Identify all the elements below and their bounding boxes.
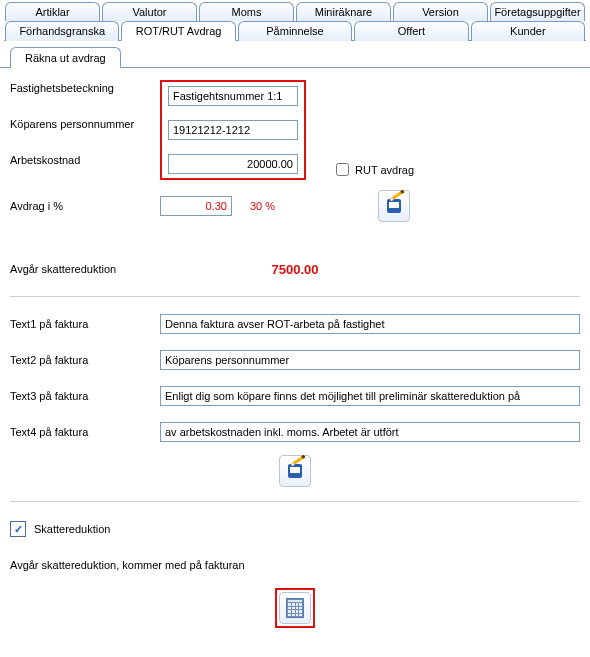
tab-rot-rut-avdrag[interactable]: ROT/RUT Avdrag (121, 21, 235, 41)
label-arbkost: Arbetskostnad (10, 154, 160, 166)
input-text2[interactable] (160, 350, 580, 370)
input-personnr[interactable] (168, 120, 298, 140)
label-avdragpct: Avdrag i % (10, 200, 160, 212)
save-button-2[interactable] (279, 455, 311, 487)
tab-offert[interactable]: Offert (354, 21, 468, 41)
tab-minir-knare[interactable]: Miniräknare (296, 2, 391, 21)
separator-2 (10, 501, 580, 502)
rut-checkbox-wrap[interactable]: RUT avdrag (336, 163, 414, 176)
label-text2: Text2 på faktura (10, 354, 160, 366)
tab-valutor[interactable]: Valutor (102, 2, 197, 21)
subtab-bar: Räkna ut avdrag (0, 41, 590, 68)
label-text4: Text4 på faktura (10, 426, 160, 438)
label-bottom: Avgår skattereduktion, kommer med på fak… (10, 559, 245, 571)
tab-p-minnelse[interactable]: Påminnelse (238, 21, 352, 41)
tab-moms[interactable]: Moms (199, 2, 294, 21)
input-text4[interactable] (160, 422, 580, 442)
label-fastighet: Fastighetsbeteckning (10, 82, 160, 94)
top-tabs: ArtiklarValutorMomsMiniräknareVersionFör… (0, 0, 590, 41)
label-rut: RUT avdrag (355, 164, 414, 176)
tab-f-retagsuppgifter[interactable]: Företagsuppgifter (490, 2, 585, 21)
tab-version[interactable]: Version (393, 2, 488, 21)
input-text1[interactable] (160, 314, 580, 334)
tab-f-rhandsgranska[interactable]: Förhandsgranska (5, 21, 119, 41)
tab-artiklar[interactable]: Artiklar (5, 2, 100, 21)
highlighted-calc (275, 588, 315, 628)
save-icon (286, 462, 304, 480)
avdragpct-display: 30 % (250, 200, 275, 212)
save-button-1[interactable] (378, 190, 410, 222)
calculator-icon (286, 598, 304, 618)
label-text3: Text3 på faktura (10, 390, 160, 402)
input-fastighet[interactable] (168, 86, 298, 106)
rut-checkbox[interactable] (336, 163, 349, 176)
separator-1 (10, 296, 580, 297)
input-arbkost[interactable] (168, 154, 298, 174)
label-skattered: Avgår skattereduktion (10, 263, 160, 275)
value-skattered: 7500.00 (272, 262, 319, 277)
label-personnr: Köparens personnummer (10, 118, 160, 130)
calculate-button[interactable] (279, 592, 311, 624)
input-avdragpct[interactable] (160, 196, 232, 216)
input-text3[interactable] (160, 386, 580, 406)
highlighted-inputs (160, 80, 306, 180)
subtab-calculate[interactable]: Räkna ut avdrag (10, 47, 121, 68)
save-icon (385, 197, 403, 215)
skattered-checkbox[interactable] (10, 521, 26, 537)
label-text1: Text1 på faktura (10, 318, 160, 330)
label-skatteredchk: Skattereduktion (34, 523, 110, 535)
tab-kunder[interactable]: Kunder (471, 21, 585, 41)
